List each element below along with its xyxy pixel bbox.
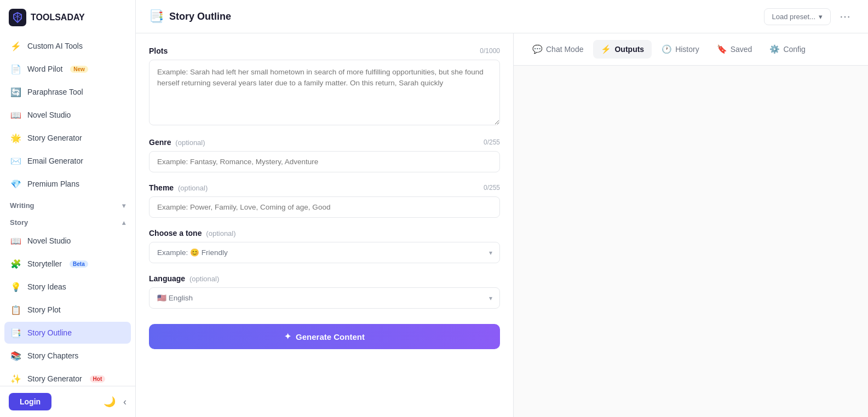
tone-label-row: Choose a tone (optional): [149, 229, 500, 238]
genre-field-group: Genre (optional) 0/255: [149, 138, 500, 172]
sidebar-navigation: ⚡ Custom AI Tools 📄 Word Pilot New 🔄 Par…: [0, 33, 135, 386]
preset-chevron-icon: ▾: [819, 13, 823, 21]
sidebar-item-premium-plans[interactable]: 💎 Premium Plans: [4, 173, 131, 195]
history-icon: 🕐: [662, 44, 672, 54]
sidebar-item-custom-ai-tools[interactable]: ⚡ Custom AI Tools: [4, 35, 131, 57]
sidebar-logo: TOOLSADAY: [0, 0, 135, 33]
sidebar-item-label: Premium Plans: [27, 179, 79, 188]
main-area: 📑 Story Outline Load preset... ▾ ⋯ Plots…: [136, 0, 868, 417]
storyteller-icon: 🧩: [10, 258, 22, 270]
sidebar-item-story-plot[interactable]: 📋 Story Plot: [4, 299, 131, 321]
collapse-sidebar-icon[interactable]: ‹: [123, 396, 127, 408]
sidebar: TOOLSADAY ⚡ Custom AI Tools 📄 Word Pilot…: [0, 0, 136, 417]
tab-label: Outputs: [614, 45, 644, 54]
sidebar-item-label: Story Generator: [27, 134, 82, 142]
saved-icon: 🔖: [717, 44, 727, 54]
language-label: Language (optional): [149, 274, 219, 283]
paraphrase-icon: 🔄: [10, 86, 22, 98]
story-section-label: Story: [10, 218, 28, 227]
sidebar-item-novel-studio-sub[interactable]: 📖 Novel Studio: [4, 230, 131, 252]
language-field-group: Language (optional) 🇺🇸 English ▾: [149, 274, 500, 309]
header-left: 📑 Story Outline: [149, 9, 231, 24]
sidebar-item-word-pilot[interactable]: 📄 Word Pilot New: [4, 58, 131, 80]
logo-icon: [9, 9, 26, 26]
tone-select[interactable]: Example: 😊 Friendly: [149, 242, 500, 263]
theme-counter: 0/255: [484, 184, 500, 192]
sidebar-item-story-chapters[interactable]: 📚 Story Chapters: [4, 345, 131, 367]
sidebar-item-label: Paraphrase Tool: [27, 88, 83, 96]
page-icon: 📑: [149, 9, 164, 24]
form-panel: Plots 0/1000 Genre (optional) 0/255: [136, 33, 514, 417]
preset-label: Load preset...: [772, 13, 816, 21]
load-preset-button[interactable]: Load preset... ▾: [764, 8, 831, 25]
writing-section-header[interactable]: Writing ▾: [4, 196, 131, 213]
sidebar-item-label: Story Chapters: [27, 351, 78, 360]
sidebar-item-paraphrase-tool[interactable]: 🔄 Paraphrase Tool: [4, 81, 131, 103]
tab-label: Config: [783, 45, 805, 54]
app-name: TOOLSADAY: [31, 13, 85, 22]
genre-label: Genre (optional): [149, 138, 205, 147]
sidebar-item-story-generator-sub[interactable]: ✨ Story Generator Hot: [4, 368, 131, 386]
sidebar-item-label: Email Generator: [27, 157, 83, 165]
writing-section-label: Writing: [10, 201, 35, 210]
tab-label: History: [675, 45, 699, 54]
plots-textarea[interactable]: [149, 60, 500, 125]
tone-select-wrapper: Example: 😊 Friendly ▾: [149, 242, 500, 263]
generate-content-button[interactable]: ✦ Generate Content: [149, 324, 500, 349]
tab-label: Chat Mode: [546, 45, 583, 54]
sidebar-item-label: Storyteller: [27, 259, 62, 268]
sidebar-item-storyteller[interactable]: 🧩 Storyteller Beta: [4, 253, 131, 275]
genre-label-row: Genre (optional) 0/255: [149, 138, 500, 147]
page-title: Story Outline: [169, 11, 231, 22]
custom-ai-tools-icon: ⚡: [10, 40, 22, 52]
sidebar-item-email-generator[interactable]: ✉️ Email Generator: [4, 150, 131, 172]
tab-saved[interactable]: 🔖 Saved: [709, 40, 760, 59]
more-options-button[interactable]: ⋯: [835, 8, 855, 25]
plots-counter: 0/1000: [480, 47, 500, 55]
tab-label: Saved: [731, 45, 752, 54]
generate-icon: ✦: [284, 332, 291, 341]
language-optional: (optional): [189, 275, 219, 283]
chat-mode-icon: 💬: [532, 44, 543, 54]
tone-optional: (optional): [206, 229, 235, 238]
sidebar-item-label: Word Pilot: [27, 65, 62, 73]
tab-chat-mode[interactable]: 💬 Chat Mode: [525, 40, 591, 59]
tab-config[interactable]: ⚙️ Config: [762, 40, 813, 59]
tab-history[interactable]: 🕐 History: [654, 40, 707, 59]
plots-field-group: Plots 0/1000: [149, 47, 500, 127]
sidebar-item-label: Story Ideas: [27, 282, 66, 291]
sidebar-footer: Login 🌙 ‹: [0, 386, 135, 417]
hot-badge: Hot: [90, 375, 106, 383]
sidebar-item-label: Story Plot: [27, 305, 61, 314]
story-plot-icon: 📋: [10, 304, 22, 316]
email-generator-icon: ✉️: [10, 155, 22, 167]
dark-mode-icon[interactable]: 🌙: [104, 396, 116, 408]
theme-input[interactable]: [149, 196, 500, 218]
novel-studio-sub-icon: 📖: [10, 235, 22, 247]
sidebar-item-label: Story Outline: [27, 328, 72, 337]
main-header: 📑 Story Outline Load preset... ▾ ⋯: [136, 0, 868, 33]
content-area: Plots 0/1000 Genre (optional) 0/255: [136, 33, 868, 417]
novel-studio-icon: 📖: [10, 109, 22, 121]
output-panel: 💬 Chat Mode ⚡ Outputs 🕐 History 🔖 Saved …: [514, 33, 868, 417]
theme-optional: (optional): [178, 184, 208, 192]
plots-label-row: Plots 0/1000: [149, 47, 500, 55]
sidebar-item-novel-studio[interactable]: 📖 Novel Studio: [4, 104, 131, 126]
output-tabs: 💬 Chat Mode ⚡ Outputs 🕐 History 🔖 Saved …: [514, 33, 868, 66]
story-ideas-icon: 💡: [10, 281, 22, 293]
header-right: Load preset... ▾ ⋯: [764, 8, 855, 25]
theme-label: Theme (optional): [149, 183, 208, 192]
language-select[interactable]: 🇺🇸 English: [149, 287, 500, 309]
story-section-header[interactable]: Story ▴: [4, 213, 131, 230]
genre-optional: (optional): [175, 138, 205, 147]
output-content-area: [514, 66, 868, 417]
login-button[interactable]: Login: [9, 393, 51, 410]
sidebar-item-story-generator[interactable]: 🌟 Story Generator: [4, 127, 131, 149]
word-pilot-icon: 📄: [10, 63, 22, 75]
sidebar-item-story-outline[interactable]: 📑 Story Outline: [4, 322, 131, 344]
genre-input[interactable]: [149, 151, 500, 172]
theme-field-group: Theme (optional) 0/255: [149, 183, 500, 218]
tab-outputs[interactable]: ⚡ Outputs: [593, 40, 652, 59]
sidebar-item-label: Novel Studio: [27, 236, 71, 245]
sidebar-item-story-ideas[interactable]: 💡 Story Ideas: [4, 276, 131, 298]
